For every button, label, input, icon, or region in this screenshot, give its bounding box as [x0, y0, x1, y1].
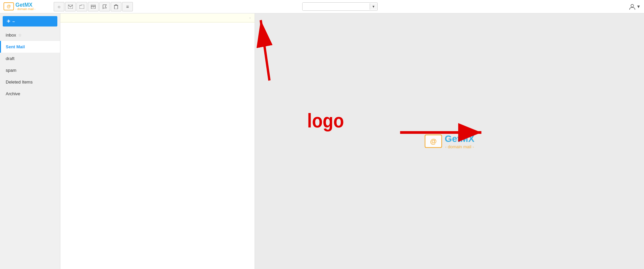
archive-button[interactable]: [88, 2, 99, 11]
main-layout: ✈ – inbox ☆ Sent Mail draft spam Deleted…: [0, 13, 644, 269]
user-dropdown-arrow: ▼: [636, 4, 641, 9]
toolbar-icons: ○: [54, 2, 299, 11]
sent-label: Sent Mail: [6, 44, 25, 49]
svg-text:@: @: [430, 138, 437, 145]
sidebar-nav: inbox ☆ Sent Mail draft spam Deleted Ite…: [0, 29, 60, 100]
notification-bar: ·: [60, 13, 255, 22]
archive-label: Archive: [6, 91, 20, 96]
compose-button[interactable]: ✈ –: [3, 16, 57, 26]
notification-dot: ·: [250, 15, 251, 20]
user-icon: [629, 4, 635, 10]
logo-tagline-text: - domain mail -: [15, 8, 36, 11]
folder-icon: [79, 5, 84, 9]
spam-label: spam: [6, 68, 16, 73]
sidebar-item-draft[interactable]: draft: [0, 53, 60, 64]
flag-button[interactable]: [99, 2, 110, 11]
sidebar-item-deleted[interactable]: Deleted Items: [0, 76, 60, 88]
brand-envelope-icon: @: [425, 134, 442, 148]
folder-button[interactable]: [76, 2, 87, 11]
two-col-layout: · @ GetMX - domain mail -: [60, 13, 644, 269]
brand-watermark: @ GetMX - domain mail -: [425, 133, 475, 149]
logo-icon: @: [3, 2, 14, 10]
sidebar: ✈ – inbox ☆ Sent Mail draft spam Deleted…: [0, 13, 60, 269]
svg-rect-4: [91, 6, 95, 9]
more-button[interactable]: ≡: [122, 2, 133, 11]
svg-text:@: @: [7, 4, 11, 9]
header: @ GetMX - domain mail - ○: [0, 0, 644, 13]
sidebar-item-sent[interactable]: Sent Mail: [0, 41, 60, 53]
inbox-star-icon[interactable]: ☆: [18, 33, 22, 38]
svg-rect-7: [114, 5, 118, 9]
mail-list-col: ·: [60, 13, 255, 269]
compose-label: –: [12, 19, 15, 24]
logo-text-block: GetMX - domain mail -: [15, 2, 36, 11]
search-dropdown-button[interactable]: ▼: [370, 3, 377, 10]
brand-name-text: GetMX: [445, 133, 475, 144]
svg-text:logo: logo: [307, 109, 344, 131]
sidebar-item-inbox[interactable]: inbox ☆: [0, 29, 60, 41]
draft-label: draft: [6, 56, 14, 61]
deleted-label: Deleted Items: [6, 79, 33, 85]
preview-panel: @ GetMX - domain mail -: [255, 13, 644, 269]
select-all-button[interactable]: ○: [54, 2, 64, 11]
trash-icon: [114, 4, 118, 9]
svg-rect-3: [91, 5, 96, 6]
user-menu-button[interactable]: ▼: [629, 4, 641, 10]
logo-area[interactable]: @ GetMX - domain mail -: [3, 2, 50, 11]
flag-icon: [102, 4, 107, 9]
archive-icon: [91, 5, 96, 9]
logo-brand-text: GetMX: [15, 2, 36, 8]
delete-button[interactable]: [111, 2, 121, 11]
brand-logo-group: @ GetMX - domain mail -: [425, 133, 475, 149]
compose-plane-icon: ✈: [7, 19, 10, 24]
inbox-label: inbox: [6, 33, 16, 38]
sidebar-item-archive[interactable]: Archive: [0, 88, 60, 100]
search-input[interactable]: [303, 3, 370, 10]
search-box: ▼: [302, 2, 378, 11]
svg-line-17: [261, 20, 269, 80]
sidebar-item-spam[interactable]: spam: [0, 64, 60, 76]
compose-icon: [68, 5, 73, 9]
svg-point-12: [631, 4, 634, 7]
brand-tagline: - domain mail -: [445, 144, 475, 149]
mail-list[interactable]: [60, 22, 255, 269]
compose-toolbar-button[interactable]: [65, 2, 76, 11]
